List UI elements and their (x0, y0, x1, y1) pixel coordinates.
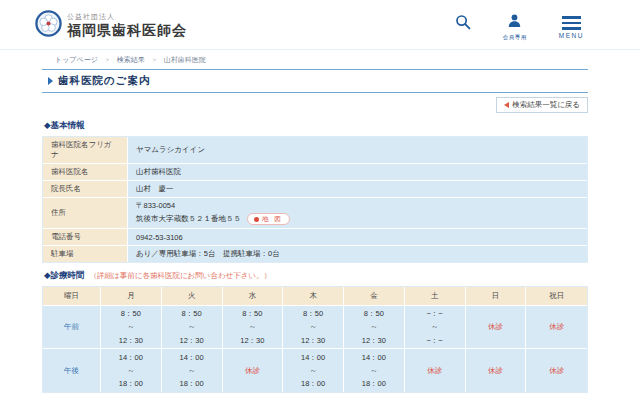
schedule-cell: 休診 (526, 306, 587, 349)
section-title: ◆診療時間 (44, 270, 85, 282)
row-label: 歯科医院名フリガナ (43, 137, 128, 164)
table-row: 電話番号 0942-53-3106 (43, 229, 587, 246)
table-row: 歯科医院名 山村歯科医院 (43, 164, 587, 181)
back-arrow-icon (504, 102, 509, 108)
schedule-day-header: 祝日 (526, 287, 587, 306)
schedule-cell: 14：00～18：00 (344, 349, 405, 392)
schedule-table: 曜日 月 火 水 木 金 土 日 祝日 午前 8：50～12：30 8：50～1… (42, 286, 588, 393)
postal-code: 〒833-0054 (136, 201, 579, 211)
schedule-heading: ◆診療時間 （詳細は事前に各歯科医院にお問い合わせ下さい。） (44, 270, 588, 282)
parking-info: あり／専用駐車場：5台 提携駐車場：0台 (128, 246, 587, 262)
hamburger-icon (562, 14, 581, 30)
breadcrumb-search-results-link[interactable]: 検索結果 (117, 56, 145, 63)
schedule-row-label: 午後 (43, 349, 101, 392)
title-arrow-icon (48, 77, 53, 85)
schedule-cell: 8：50～12：30 (223, 306, 284, 349)
row-label: 院長氏名 (43, 181, 128, 198)
table-row: 院長氏名 山村 慶一 (43, 181, 587, 198)
phone-number: 0942-53-3106 (128, 229, 587, 246)
schedule-cell: 14：00～18：00 (162, 349, 223, 392)
org-type-label: 公益社団法人 (67, 12, 187, 22)
breadcrumb-current-page: 山村歯科医院 (164, 56, 206, 63)
header-actions: 会員専用 MENU (455, 10, 584, 41)
schedule-cell: 8：50～12：30 (101, 306, 162, 349)
schedule-day-header: 火 (162, 287, 223, 306)
schedule-cell: 14：00～18：00 (101, 349, 162, 392)
back-to-results-button[interactable]: 検索結果一覧に戻る (496, 97, 588, 113)
main-content: 歯科医院のご案内 検索結果一覧に戻る ◆基本情報 歯科医院名フリガナ ヤマムラシ… (42, 69, 588, 400)
page-title: 歯科医院のご案内 (58, 74, 151, 88)
menu-label: MENU (559, 32, 584, 39)
schedule-day-header: 日 (466, 287, 527, 306)
schedule-note: （詳細は事前に各歯科医院にお問い合わせ下さい。） (90, 271, 272, 281)
address-value: 〒833-0054 筑後市大字蔵数５２１番地５５ 地 図 (128, 198, 587, 229)
schedule-day-header: 土 (405, 287, 466, 306)
association-emblem-icon (35, 10, 62, 41)
schedule-day-header: 月 (101, 287, 162, 306)
logo-text: 公益社団法人 福岡県歯科医師会 (67, 12, 187, 40)
section-title: ◆基本情報 (44, 120, 85, 132)
map-button-label: 地 図 (262, 215, 283, 224)
schedule-cell: 8：50～12：30 (162, 306, 223, 349)
back-button-row: 検索結果一覧に戻る (42, 97, 588, 113)
schedule-cell: 休診 (526, 349, 587, 392)
site-logo[interactable]: 公益社団法人 福岡県歯科医師会 (35, 10, 187, 41)
clinic-name-kana: ヤマムラシカイイン (128, 137, 587, 164)
schedule-cell: 休診 (405, 349, 466, 392)
table-row: 歯科医院名フリガナ ヤマムラシカイイン (43, 137, 587, 164)
schedule-cell: 休診 (466, 306, 527, 349)
schedule-afternoon-row: 午後 14：00～18：00 14：00～18：00 休診 14：00～18：0… (43, 349, 587, 392)
map-button[interactable]: 地 図 (247, 213, 290, 225)
menu-button[interactable]: MENU (559, 14, 584, 39)
table-row: 駐車場 あり／専用駐車場：5台 提携駐車場：0台 (43, 246, 587, 262)
breadcrumb: トップページ ＞ 検索結果 ＞ 山村歯科医院 (55, 55, 640, 65)
row-label: 電話番号 (43, 229, 128, 246)
org-name-label: 福岡県歯科医師会 (67, 22, 187, 40)
clinic-name: 山村歯科医院 (128, 164, 587, 181)
table-row: 住所 〒833-0054 筑後市大字蔵数５２１番地５５ 地 図 (43, 198, 587, 229)
schedule-day-header: 曜日 (43, 287, 101, 306)
page: 公益社団法人 福岡県歯科医師会 (0, 0, 640, 400)
schedule-day-header: 水 (223, 287, 284, 306)
schedule-cell: 休診 (223, 349, 284, 392)
basic-info-heading: ◆基本情報 (44, 120, 588, 132)
street-address: 筑後市大字蔵数５２１番地５５ (136, 214, 241, 224)
schedule-cell: −：−～−：− (405, 306, 466, 349)
row-label: 駐車場 (43, 246, 128, 262)
schedule-cell: 休診 (466, 349, 527, 392)
schedule-cell: 14：00～18：00 (283, 349, 344, 392)
schedule-morning-row: 午前 8：50～12：30 8：50～12：30 8：50～12：30 8：50… (43, 306, 587, 349)
schedule-cell: 8：50～12：30 (344, 306, 405, 349)
schedule-day-header: 木 (283, 287, 344, 306)
site-header: 公益社団法人 福岡県歯科医師会 (0, 0, 640, 50)
page-title-bar: 歯科医院のご案内 (42, 69, 588, 93)
breadcrumb-home-link[interactable]: トップページ (55, 56, 98, 63)
breadcrumb-separator: ＞ (104, 56, 111, 63)
basic-info-table: 歯科医院名フリガナ ヤマムラシカイイン 歯科医院名 山村歯科医院 院長氏名 山村… (42, 136, 588, 263)
search-icon (455, 14, 471, 34)
row-label: 住所 (43, 198, 128, 229)
row-label: 歯科医院名 (43, 164, 128, 181)
search-button[interactable] (455, 14, 471, 34)
map-pin-icon (254, 217, 259, 222)
director-name: 山村 慶一 (128, 181, 587, 198)
breadcrumb-separator: ＞ (151, 56, 158, 63)
schedule-row-label: 午前 (43, 306, 101, 349)
member-area-button[interactable]: 会員専用 (503, 14, 527, 41)
back-button-label: 検索結果一覧に戻る (512, 100, 580, 110)
person-icon (508, 14, 521, 32)
schedule-header-row: 曜日 月 火 水 木 金 土 日 祝日 (43, 287, 587, 306)
member-area-label: 会員専用 (503, 34, 527, 41)
schedule-cell: 8：50～12：30 (283, 306, 344, 349)
schedule-day-header: 金 (344, 287, 405, 306)
